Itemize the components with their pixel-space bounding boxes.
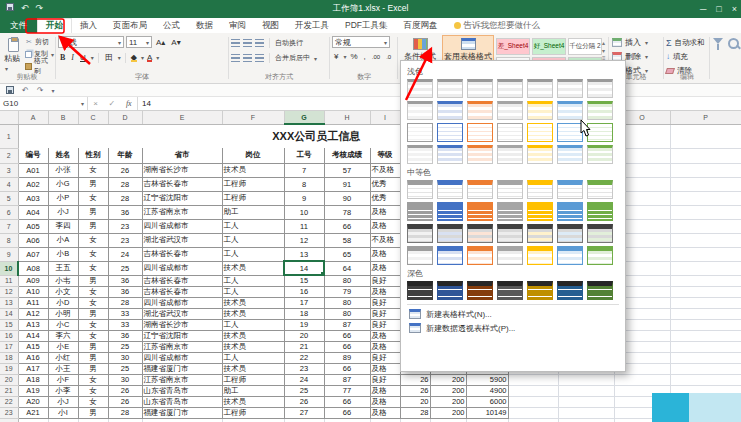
cell[interactable]: 女 bbox=[78, 163, 108, 177]
row-header-21[interactable]: 21 bbox=[0, 385, 18, 396]
table-style-thumbnail[interactable] bbox=[527, 281, 553, 300]
redo-icon[interactable]: ↷ bbox=[37, 86, 44, 95]
table-header-cell[interactable]: 姓名 bbox=[48, 148, 78, 163]
table-style-thumbnail[interactable] bbox=[527, 123, 553, 142]
cell[interactable]: A14 bbox=[18, 330, 48, 341]
cell[interactable]: 辽宁省沈阳市 bbox=[142, 330, 222, 341]
table-style-thumbnail[interactable] bbox=[527, 180, 553, 199]
row-header-9[interactable]: 9 bbox=[0, 247, 18, 261]
underline-button[interactable]: U bbox=[78, 53, 88, 62]
cell[interactable]: 66 bbox=[324, 363, 370, 374]
cell[interactable]: 65 bbox=[324, 247, 370, 261]
cell[interactable]: 女 bbox=[78, 191, 108, 205]
cell[interactable]: 25 bbox=[108, 363, 142, 374]
cell[interactable]: 33 bbox=[108, 319, 142, 330]
cell[interactable]: 女 bbox=[78, 261, 108, 275]
cell[interactable]: 女 bbox=[78, 330, 108, 341]
table-style-thumbnail[interactable] bbox=[557, 202, 583, 221]
cell[interactable]: 小A bbox=[48, 233, 78, 247]
cell[interactable]: 小文 bbox=[48, 286, 78, 297]
gallery-menu-item[interactable]: 新建表格样式(N)... bbox=[407, 307, 619, 321]
cell[interactable]: 28 bbox=[108, 177, 142, 191]
cell[interactable]: 12 bbox=[284, 233, 324, 247]
tab-公式[interactable]: 公式 bbox=[155, 18, 188, 33]
italic-button[interactable]: I bbox=[69, 53, 76, 62]
cell[interactable]: 小P bbox=[48, 191, 78, 205]
row-header-11[interactable]: 11 bbox=[0, 275, 18, 286]
cell-style-chip[interactable]: 差_Sheet4 bbox=[496, 38, 530, 55]
row-header-12[interactable]: 12 bbox=[0, 286, 18, 297]
cell[interactable]: 男 bbox=[78, 407, 108, 418]
row-header-19[interactable]: 19 bbox=[0, 363, 18, 374]
font-color-button[interactable]: A bbox=[146, 53, 153, 62]
cell[interactable]: 小张 bbox=[48, 163, 78, 177]
cell[interactable] bbox=[670, 191, 741, 205]
cell[interactable]: A21 bbox=[18, 407, 48, 418]
row-header-14[interactable]: 14 bbox=[0, 308, 18, 319]
cell[interactable]: 79 bbox=[324, 286, 370, 297]
cell[interactable]: 男 bbox=[78, 177, 108, 191]
cell[interactable]: 湖南省长沙市 bbox=[142, 319, 222, 330]
row-header-6[interactable]: 6 bbox=[0, 205, 18, 219]
table-style-thumbnail[interactable] bbox=[467, 281, 493, 300]
table-style-thumbnail[interactable] bbox=[467, 123, 493, 142]
cell[interactable]: 不及格 bbox=[370, 233, 400, 247]
tab-插入[interactable]: 插入 bbox=[72, 18, 105, 33]
cell[interactable]: 28 bbox=[400, 407, 430, 418]
cell[interactable]: 23 bbox=[108, 219, 142, 233]
cell[interactable] bbox=[108, 418, 142, 422]
cell[interactable]: 女 bbox=[78, 374, 108, 385]
cell[interactable]: 小韦 bbox=[48, 275, 78, 286]
cell[interactable]: 男 bbox=[78, 275, 108, 286]
cell[interactable] bbox=[222, 418, 284, 422]
cell[interactable]: 男 bbox=[78, 363, 108, 374]
row-header-8[interactable]: 8 bbox=[0, 233, 18, 247]
cell[interactable]: 36 bbox=[108, 286, 142, 297]
cell[interactable] bbox=[670, 286, 741, 297]
cell[interactable]: 58 bbox=[324, 233, 370, 247]
wrap-text-button[interactable]: 自动换行 bbox=[275, 38, 303, 48]
cell[interactable]: 小李 bbox=[48, 385, 78, 396]
table-style-thumbnail[interactable] bbox=[437, 224, 463, 243]
table-style-thumbnail[interactable] bbox=[557, 145, 583, 164]
table-style-thumbnail[interactable] bbox=[587, 145, 613, 164]
cell[interactable]: 吉林省长春市 bbox=[142, 247, 222, 261]
cell[interactable]: 女 bbox=[78, 297, 108, 308]
cell[interactable]: 江苏省南京市 bbox=[142, 205, 222, 219]
table-style-thumbnail[interactable] bbox=[407, 79, 433, 98]
cell[interactable]: 26 bbox=[108, 396, 142, 407]
cell[interactable]: A19 bbox=[18, 385, 48, 396]
cell[interactable] bbox=[400, 418, 430, 422]
row-header-20[interactable]: 20 bbox=[0, 374, 18, 385]
cell[interactable]: 36 bbox=[108, 275, 142, 286]
column-header-B[interactable]: B bbox=[48, 111, 78, 124]
cell[interactable]: A09 bbox=[18, 275, 48, 286]
cell[interactable]: 66 bbox=[324, 396, 370, 407]
cell[interactable]: A20 bbox=[18, 396, 48, 407]
row-header-3[interactable]: 3 bbox=[0, 163, 18, 177]
cell[interactable]: 11 bbox=[284, 219, 324, 233]
cell[interactable]: 优秀 bbox=[370, 177, 400, 191]
table-style-thumbnail[interactable] bbox=[437, 79, 463, 98]
gallery-menu-item[interactable]: 新建数据透视表样式(P)... bbox=[407, 321, 619, 335]
font-name-select[interactable]: 等线▾ bbox=[58, 36, 124, 48]
table-style-thumbnail[interactable] bbox=[587, 246, 613, 265]
table-header-cell[interactable]: 省市 bbox=[142, 148, 222, 163]
table-style-thumbnail[interactable] bbox=[587, 202, 613, 221]
column-header-A[interactable]: A bbox=[18, 111, 48, 124]
row-header-1[interactable]: 1 bbox=[0, 124, 18, 148]
cell[interactable]: 23 bbox=[108, 233, 142, 247]
cell[interactable]: 四川省成都市 bbox=[142, 261, 222, 275]
cell[interactable]: 26 bbox=[108, 163, 142, 177]
cell[interactable]: A02 bbox=[18, 177, 48, 191]
tab-开发工具[interactable]: 开发工具 bbox=[287, 18, 337, 33]
cell[interactable]: A04 bbox=[18, 205, 48, 219]
cancel-icon[interactable]: × bbox=[93, 99, 98, 108]
cell[interactable]: 工程师 bbox=[222, 177, 284, 191]
table-style-thumbnail[interactable] bbox=[557, 224, 583, 243]
cell[interactable] bbox=[670, 163, 741, 177]
cell[interactable]: A18 bbox=[18, 374, 48, 385]
cell[interactable] bbox=[670, 177, 741, 191]
cell[interactable]: 小E bbox=[48, 341, 78, 352]
comma-format-button[interactable]: , bbox=[362, 52, 368, 61]
